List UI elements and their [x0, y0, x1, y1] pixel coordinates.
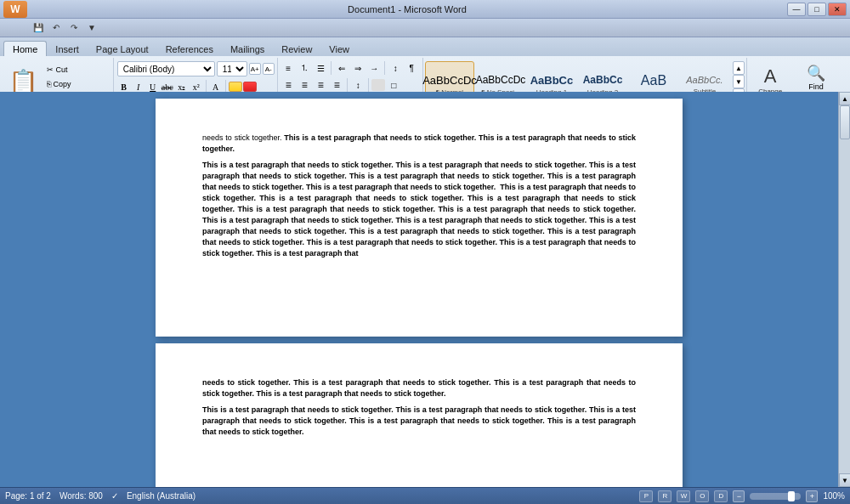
paragraph-row1: ≡ ⒈ ☰ ⇐ ⇒ → ↕ ¶	[280, 61, 419, 75]
scissors-icon: ✂	[47, 65, 54, 74]
find-button[interactable]: 🔍 Find	[797, 61, 835, 93]
search-icon: 🔍	[807, 64, 825, 82]
show-marks-button[interactable]: ¶	[404, 61, 419, 75]
zoom-thumb[interactable]	[788, 491, 795, 501]
bullets-button[interactable]: ≡	[280, 61, 296, 75]
font-size-select[interactable]: 11	[217, 61, 247, 76]
ltr-button[interactable]: →	[366, 61, 382, 75]
align-left-button[interactable]: ≡	[280, 78, 296, 92]
tab-insert[interactable]: Insert	[47, 42, 88, 56]
increase-indent-button[interactable]: ⇒	[350, 61, 366, 75]
multilevel-button[interactable]: ☰	[313, 61, 328, 75]
font-name-row: Calibri (Body) 11 A+ A-	[117, 61, 275, 76]
style-nospace-preview: AaBbCcDc	[476, 74, 526, 86]
align-right-button[interactable]: ≡	[313, 78, 328, 92]
scroll-down-button[interactable]: ▼	[839, 473, 850, 487]
status-bar-right: P R W O D − + 100%	[639, 490, 845, 502]
page-count-label: Page: 1 of 2	[5, 491, 51, 501]
para-divider4	[368, 78, 369, 92]
undo-quick-button[interactable]: ↶	[48, 21, 64, 35]
language-icon: ✓	[111, 491, 118, 501]
styles-scroll-up-button[interactable]: ▲	[733, 61, 745, 75]
office-button[interactable]: W	[3, 1, 27, 18]
page-2-para-2: This is a test paragraph that needs to s…	[202, 405, 636, 438]
numbering-button[interactable]: ⒈	[297, 61, 312, 75]
zoom-out-button[interactable]: −	[733, 490, 745, 502]
ribbon-tabs: Home Insert Page Layout References Maili…	[0, 37, 850, 56]
minimize-button[interactable]: —	[787, 3, 806, 16]
maximize-button[interactable]: □	[808, 3, 826, 16]
copy-label: Copy	[53, 80, 71, 88]
page-1-para-2: This is a test paragraph that needs to s…	[202, 160, 636, 259]
border-button[interactable]: □	[386, 78, 401, 92]
font-increase-button[interactable]: A+	[249, 63, 261, 75]
zoom-slider[interactable]	[750, 493, 801, 500]
style-title-preview: AaB	[641, 72, 666, 88]
decrease-indent-button[interactable]: ⇐	[334, 61, 349, 75]
cut-button[interactable]: ✂ Cut	[43, 63, 110, 76]
word-count-label: Words: 800	[60, 491, 103, 501]
font-color-button[interactable]	[243, 82, 257, 92]
change-styles-icon: A	[764, 65, 777, 88]
document-area: needs to stick together. This is a test …	[0, 92, 838, 487]
font-decrease-button[interactable]: A-	[263, 63, 275, 75]
scroll-track[interactable]	[839, 105, 850, 473]
page-2: needs to stick together. This is a test …	[156, 343, 683, 487]
redo-quick-button[interactable]: ↷	[66, 21, 82, 35]
styles-scroll-down-button[interactable]: ▼	[733, 75, 745, 88]
para-divider1	[331, 61, 332, 75]
scroll-up-button[interactable]: ▲	[839, 92, 850, 105]
cut-label: Cut	[55, 65, 67, 74]
style-h1-preview: AaBbCc	[530, 74, 574, 88]
justify-button[interactable]: ≡	[329, 78, 344, 92]
web-layout-button[interactable]: W	[677, 490, 690, 502]
quick-access-toolbar: 💾 ↶ ↷ ▼	[0, 19, 850, 37]
para-divider3	[347, 78, 348, 92]
page-1-text[interactable]: needs to stick together. This is a test …	[202, 133, 636, 260]
find-label: Find	[808, 82, 824, 91]
style-subtitle-preview: AaBbCc.	[686, 75, 722, 86]
highlight-button[interactable]	[229, 82, 242, 92]
tab-review[interactable]: Review	[273, 42, 320, 56]
page-1: needs to stick together. This is a test …	[156, 99, 683, 337]
zoom-in-button[interactable]: +	[806, 490, 818, 502]
tab-page-layout[interactable]: Page Layout	[88, 42, 157, 56]
paragraph-row2: ≡ ≡ ≡ ≡ ↕ □	[280, 78, 401, 92]
page-1-para-1: needs to stick together. This is a test …	[202, 133, 636, 155]
language-label: English (Australia)	[127, 491, 196, 501]
para-divider2	[384, 61, 385, 75]
zoom-level-label: 100%	[823, 491, 845, 501]
tab-view[interactable]: View	[320, 42, 358, 56]
status-bar-left: Page: 1 of 2 Words: 800 ✓ English (Austr…	[5, 491, 196, 501]
outline-button[interactable]: O	[695, 490, 709, 502]
line-spacing-button[interactable]: ↕	[350, 78, 366, 92]
font-name-select[interactable]: Calibri (Body)	[117, 61, 215, 76]
copy-button[interactable]: ⎘ Copy	[43, 77, 110, 91]
style-normal-preview: AaBbCcDc	[422, 74, 477, 88]
scroll-thumb[interactable]	[840, 105, 850, 139]
title-bar: W Document1 - Microsoft Word — □ ✕	[0, 0, 850, 19]
align-center-button[interactable]: ≡	[297, 78, 312, 92]
style-h2-preview: AaBbCc	[583, 74, 623, 86]
shading-button[interactable]	[371, 79, 385, 91]
quickaccess-dropdown-button[interactable]: ▼	[84, 21, 99, 35]
title-bar-title: Document1 - Microsoft Word	[27, 4, 787, 14]
save-quick-button[interactable]: 💾	[31, 21, 46, 35]
tab-home[interactable]: Home	[3, 41, 47, 56]
title-bar-left: W	[3, 1, 27, 18]
sort-button[interactable]: ↕	[388, 61, 403, 75]
tab-references[interactable]: References	[157, 42, 222, 56]
title-bar-controls: — □ ✕	[787, 3, 847, 16]
close-button[interactable]: ✕	[828, 3, 847, 16]
page-2-para-1: needs to stick together. This is a test …	[202, 377, 636, 399]
copy-icon: ⎘	[47, 80, 51, 88]
draft-button[interactable]: D	[714, 490, 728, 502]
page-2-text[interactable]: needs to stick together. This is a test …	[202, 377, 636, 438]
full-reading-button[interactable]: R	[658, 490, 672, 502]
print-layout-button[interactable]: P	[639, 490, 653, 502]
status-bar: Page: 1 of 2 Words: 800 ✓ English (Austr…	[0, 487, 850, 504]
tab-mailings[interactable]: Mailings	[222, 42, 273, 56]
main-scrollbar: ▲ ▼	[838, 92, 850, 487]
